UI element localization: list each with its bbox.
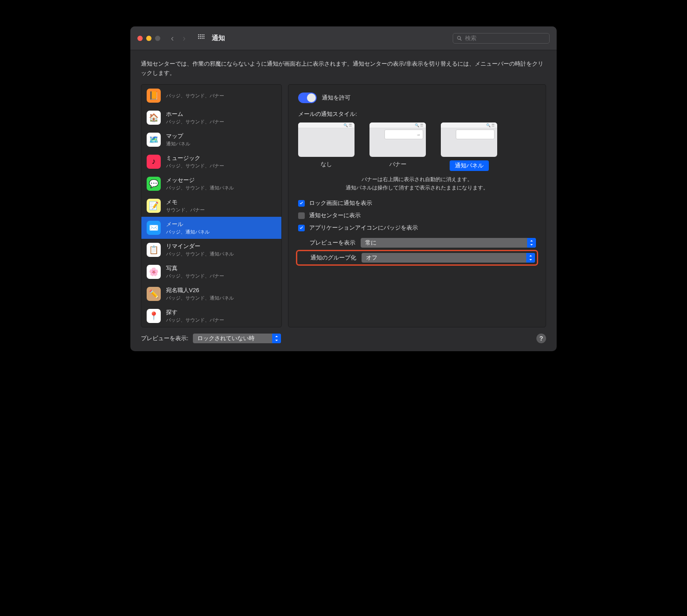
svg-point-11 (203, 38, 205, 39)
svg-point-2 (202, 34, 203, 36)
svg-point-0 (198, 34, 199, 36)
svg-point-7 (203, 36, 205, 37)
sidebar-item[interactable]: 📍 探す バッジ、サウンド、バナー (141, 305, 281, 327)
checkbox-label: 通知センターに表示 (309, 212, 361, 219)
minimize-icon[interactable] (146, 36, 151, 41)
alert-style-option[interactable]: 🔍 ☰なし (298, 122, 355, 171)
chevron-updown-icon (527, 238, 536, 248)
search-input[interactable] (465, 35, 546, 41)
app-name: 宛名職人V26 (166, 286, 234, 294)
style-label: バナー (389, 160, 406, 168)
preview-label: プレビューを表示 (298, 239, 355, 247)
app-icon: 🗺️ (147, 133, 161, 147)
sidebar-item[interactable]: 📋 リマインダー バッジ、サウンド、通知パネル (141, 239, 281, 261)
checkbox[interactable] (298, 225, 305, 231)
svg-point-3 (203, 34, 205, 36)
app-subtitle: バッジ、サウンド、バナー (166, 317, 224, 323)
app-subtitle: サウンド、バナー (166, 207, 205, 213)
content: 通知センターでは、作業の邪魔にならないように通知が画面右上に表示されます。通知セ… (130, 50, 557, 351)
group-row-highlight: 通知のグループ化 オフ (298, 252, 536, 263)
sidebar-item[interactable]: 💬 メッセージ バッジ、サウンド、通知パネル (141, 173, 281, 195)
app-name: 写真 (166, 264, 224, 272)
app-name: マップ (166, 132, 190, 140)
show-all-icon[interactable] (192, 34, 208, 42)
checkbox-row[interactable]: 通知センターに表示 (298, 212, 536, 219)
checkbox-label: ロック画面に通知を表示 (309, 199, 372, 207)
traffic-lights (137, 36, 160, 41)
app-icon: 🏠 (147, 111, 161, 125)
back-button[interactable]: ‹ (168, 33, 177, 43)
alert-style-option[interactable]: 🔍 ☰→バナー (369, 122, 426, 171)
svg-point-4 (198, 36, 199, 37)
checkbox-label: アプリケーションアイコンにバッジを表示 (309, 224, 418, 232)
app-icon: 🌸 (147, 265, 161, 279)
style-thumbnail: 🔍 ☰ (441, 122, 497, 157)
toolbar: ‹ › 通知 (130, 26, 557, 50)
group-select[interactable]: オフ (362, 253, 535, 263)
app-name: ホーム (166, 110, 224, 118)
app-icon: 📋 (147, 243, 161, 257)
svg-point-1 (200, 34, 201, 36)
forward-button: › (180, 33, 188, 43)
app-name: ミュージック (166, 154, 224, 162)
chevron-updown-icon (272, 334, 281, 343)
app-name: メッセージ (166, 176, 234, 184)
checkbox[interactable] (298, 200, 305, 207)
close-icon[interactable] (137, 36, 143, 41)
app-icon: ✏️ (147, 287, 161, 301)
app-name: リマインダー (166, 242, 234, 250)
app-name: 探す (166, 308, 224, 316)
style-label: なし (321, 160, 332, 168)
preferences-window: ‹ › 通知 通知センターでは、作業の邪魔にならないように通知が画面右上に表示さ… (130, 26, 557, 351)
app-icon: 📙 (147, 89, 161, 103)
app-icon: 💬 (147, 177, 161, 191)
app-icon: ♪ (147, 155, 161, 169)
checkbox-row[interactable]: アプリケーションアイコンにバッジを表示 (298, 224, 536, 232)
allow-label: 通知を許可 (322, 94, 351, 102)
svg-point-10 (202, 38, 203, 39)
help-button[interactable]: ? (536, 334, 546, 343)
alert-style-option[interactable]: 🔍 ☰通知パネル (441, 122, 497, 171)
svg-point-5 (200, 36, 201, 37)
sidebar-item[interactable]: ✏️ 宛名職人V26 バッジ、サウンド、通知パネル (141, 283, 281, 305)
svg-point-8 (198, 38, 199, 39)
chevron-updown-icon (526, 253, 535, 263)
preview-select[interactable]: 常に (361, 238, 536, 248)
app-icon: ✉️ (147, 221, 161, 235)
checkbox[interactable] (298, 212, 305, 219)
app-subtitle: バッジ、サウンド、バナー (166, 273, 224, 279)
allow-notifications-toggle[interactable] (298, 93, 317, 103)
search-field[interactable] (453, 33, 550, 44)
app-icon: 📍 (147, 309, 161, 323)
sidebar-item[interactable]: ✉️ メール バッジ、通知パネル (141, 217, 281, 239)
sidebar-item[interactable]: 🌸 写真 バッジ、サウンド、バナー (141, 261, 281, 283)
app-subtitle: バッジ、サウンド、バナー (166, 119, 224, 125)
intro-text: 通知センターでは、作業の邪魔にならないように通知が画面右上に表示されます。通知セ… (141, 59, 546, 78)
sidebar-item[interactable]: 🗺️ マップ 通知パネル (141, 129, 281, 151)
alert-style-group: 🔍 ☰なし🔍 ☰→バナー🔍 ☰通知パネル (298, 122, 536, 171)
search-icon (457, 35, 462, 41)
sidebar-item[interactable]: ♪ ミュージック バッジ、サウンド、バナー (141, 151, 281, 173)
style-hint: バナーは右上隅に表示され自動的に消えます。 通知パネルは操作して消すまで表示され… (298, 175, 536, 192)
app-name: メモ (166, 198, 205, 206)
footer-preview-select[interactable]: ロックされていない時 (193, 334, 281, 343)
sidebar-item[interactable]: 📝 メモ サウンド、バナー (141, 195, 281, 217)
svg-point-9 (200, 38, 201, 39)
style-thumbnail: 🔍 ☰→ (369, 122, 426, 157)
sidebar-item[interactable]: 🏠 ホーム バッジ、サウンド、バナー (141, 107, 281, 129)
sidebar-item[interactable]: 📙 バッジ、サウンド、バナー (141, 85, 281, 107)
style-title: メールの通知スタイル: (298, 110, 536, 118)
style-thumbnail: 🔍 ☰ (298, 122, 355, 157)
page-title: 通知 (212, 34, 225, 42)
app-subtitle: バッジ、サウンド、通知パネル (166, 185, 234, 191)
app-subtitle: バッジ、サウンド、バナー (166, 163, 224, 169)
app-icon: 📝 (147, 199, 161, 213)
footer-preview-label: プレビューを表示: (141, 334, 188, 342)
footer: プレビューを表示: ロックされていない時 ? (141, 334, 546, 343)
app-subtitle: 通知パネル (166, 141, 190, 147)
group-label: 通知のグループ化 (299, 254, 356, 262)
app-name: メール (166, 220, 210, 228)
app-list[interactable]: 📙 バッジ、サウンド、バナー 🏠 ホーム バッジ、サウンド、バナー 🗺️ マップ… (141, 84, 282, 327)
svg-point-6 (202, 36, 203, 37)
checkbox-row[interactable]: ロック画面に通知を表示 (298, 199, 536, 207)
